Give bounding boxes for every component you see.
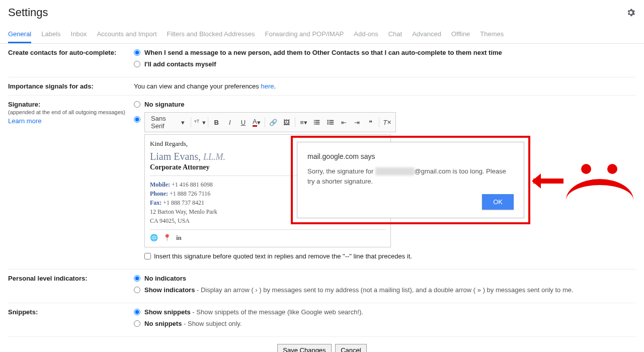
tab-themes[interactable]: Themes — [480, 26, 504, 43]
ok-button[interactable]: OK — [482, 194, 514, 210]
contacts-radio-1[interactable] — [134, 49, 140, 56]
signature-radio-none[interactable] — [134, 101, 140, 108]
indicators-radio-1[interactable] — [134, 275, 140, 282]
align-icon[interactable]: ≡▾ — [297, 116, 310, 128]
tab-forwarding[interactable]: Forwarding and POP/IMAP — [265, 26, 344, 43]
signature-none[interactable]: No signature — [134, 101, 636, 108]
row-contacts: Create contacts for auto-complete: When … — [8, 44, 636, 77]
tab-offline[interactable]: Offline — [451, 26, 470, 43]
contacts-radio-2[interactable] — [134, 61, 140, 67]
indent-icon[interactable]: ⇥ — [351, 116, 363, 128]
importance-text: You can view and change your preferences — [134, 82, 261, 90]
signature-radio-custom[interactable] — [134, 116, 140, 123]
svg-text:ᴛT: ᴛT — [194, 119, 199, 124]
importance-link[interactable]: here — [261, 82, 274, 90]
italic-icon[interactable]: I — [223, 116, 236, 128]
snippets-opt1[interactable]: Show snippets - Show snippets of the mes… — [134, 308, 636, 316]
outdent-icon[interactable]: ⇤ — [338, 116, 350, 128]
text-color-icon[interactable]: A▾ — [251, 116, 263, 128]
editor-toolbar: Sans Serif▾ ᴛT▾ B I U A▾ 🔗 🖼 ≡▾ — [144, 112, 396, 132]
dialog-message: Sorry, the signature for ████████@gmail.… — [307, 166, 514, 194]
bold-icon[interactable]: B — [210, 116, 223, 128]
annotation-highlight-box: mail.google.com says Sorry, the signatur… — [291, 136, 530, 224]
snippets-radio-2[interactable] — [134, 320, 140, 327]
svg-point-1 — [327, 120, 329, 121]
page-title: Settings — [8, 6, 48, 19]
www-icon[interactable]: 🌐 — [150, 234, 158, 242]
link-icon[interactable]: 🔗 — [267, 116, 280, 128]
svg-point-3 — [327, 123, 329, 125]
insert-checkbox[interactable] — [144, 253, 151, 259]
snippets-label: Snippets: — [8, 308, 134, 331]
alert-dialog: mail.google.com says Sorry, the signatur… — [297, 142, 524, 218]
contacts-opt1[interactable]: When I send a message to a new person, a… — [134, 49, 636, 56]
sig-contact: Mobile: +1 416 881 6098 Phone: +1 888 72… — [150, 180, 315, 225]
contacts-label: Create contacts for auto-complete: — [8, 49, 134, 72]
annotation-sad-face — [566, 161, 636, 201]
row-snippets: Snippets: Show snippets - Show snippets … — [8, 303, 636, 337]
signature-learn-more[interactable]: Learn more — [8, 117, 134, 125]
insert-before-quoted[interactable]: Insert this signature before quoted text… — [144, 252, 412, 260]
save-button[interactable]: Save Changes — [277, 344, 331, 352]
row-importance: Importance signals for ads: You can view… — [8, 77, 636, 96]
svg-point-2 — [327, 122, 329, 123]
signature-sub: (appended at the end of all outgoing mes… — [8, 109, 134, 115]
bullet-list-icon[interactable] — [324, 116, 337, 128]
quote-icon[interactable]: ❝ — [364, 116, 377, 128]
indicators-label: Personal level indicators: — [8, 275, 134, 298]
numbered-list-icon[interactable] — [311, 116, 324, 128]
tab-labels[interactable]: Labels — [41, 26, 60, 43]
indicators-opt2[interactable]: Show indicators - Display an arrow ( › )… — [134, 286, 636, 294]
snippets-radio-1[interactable] — [134, 309, 140, 315]
tab-advanced[interactable]: Advanced — [412, 26, 441, 43]
tabs-bar: General Labels Inbox Accounts and Import… — [0, 26, 644, 44]
cancel-button[interactable]: Cancel — [335, 344, 366, 352]
location-icon[interactable]: 📍 — [163, 234, 171, 242]
signature-label: Signature: (appended at the end of all o… — [8, 101, 134, 264]
tab-addons[interactable]: Add-ons — [354, 26, 378, 43]
dialog-title: mail.google.com says — [307, 152, 514, 160]
indicators-opt1[interactable]: No indicators — [134, 275, 636, 282]
tab-filters[interactable]: Filters and Blocked Addresses — [167, 26, 255, 43]
importance-label: Importance signals for ads: — [8, 82, 134, 90]
font-size-icon[interactable]: ᴛT▾ — [193, 116, 206, 128]
contacts-opt2[interactable]: I'll add contacts myself — [134, 60, 636, 68]
indicators-radio-2[interactable] — [134, 287, 140, 293]
tab-inbox[interactable]: Inbox — [71, 26, 87, 43]
tab-accounts[interactable]: Accounts and Import — [97, 26, 156, 43]
annotation-arrow — [533, 179, 564, 184]
clear-format-icon[interactable]: T✕ — [381, 116, 393, 128]
snippets-opt2[interactable]: No snippets - Show subject only. — [134, 320, 636, 327]
tab-general[interactable]: General — [8, 26, 31, 43]
tab-chat[interactable]: Chat — [388, 26, 402, 43]
row-indicators: Personal level indicators: No indicators… — [8, 270, 636, 303]
sig-social: 🌐 📍 in — [150, 229, 385, 242]
underline-icon[interactable]: U — [237, 116, 250, 128]
save-row: Save Changes Cancel — [8, 337, 636, 352]
font-select[interactable]: Sans Serif▾ — [147, 115, 189, 130]
linkedin-icon[interactable]: in — [176, 234, 182, 242]
gear-icon[interactable] — [626, 8, 636, 18]
image-icon[interactable]: 🖼 — [281, 116, 293, 128]
